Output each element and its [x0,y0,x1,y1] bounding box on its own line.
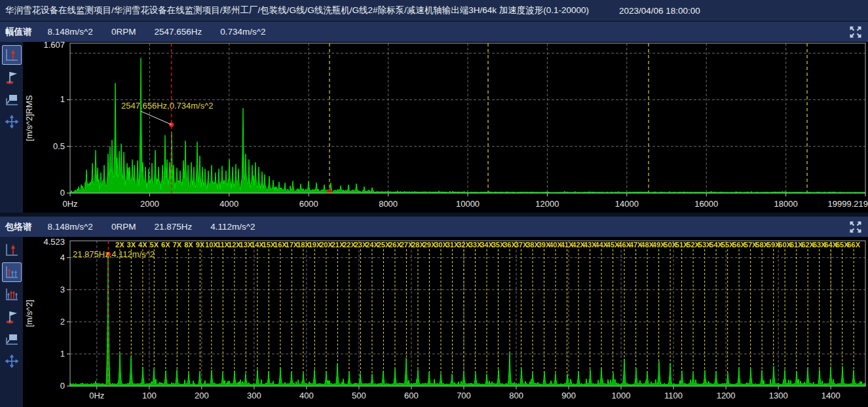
svg-text:2000: 2000 [140,199,159,209]
svg-text:66X: 66X [847,241,860,249]
svg-text:19999.219: 19999.219 [828,199,868,209]
flag-marker-tool[interactable] [2,307,22,327]
svg-text:3X: 3X [127,241,136,249]
svg-text:0Hz: 0Hz [89,391,104,400]
datetime-label: 2023/04/06 18:00:00 [619,0,700,21]
pan-move-tool[interactable] [2,351,22,371]
svg-text:500: 500 [352,391,366,400]
svg-text:1: 1 [60,349,65,359]
svg-text:0.5: 0.5 [53,141,65,151]
amplitude-spectrum-chart[interactable]: 0Hz2000400060008000100001200014000160001… [23,42,868,213]
single-cursor-tool[interactable] [2,45,22,65]
svg-text:8000: 8000 [379,199,398,209]
svg-text:[m/s^2]: [m/s^2] [24,300,34,327]
svg-text:6X: 6X [161,241,170,249]
band-select-tool[interactable] [2,329,22,349]
svg-text:700: 700 [457,391,471,400]
flag-marker-tool[interactable] [2,67,22,87]
amplitude-panel-body: 0Hz2000400060008000100001200014000160001… [0,42,868,213]
svg-text:[m/s^2]RMS: [m/s^2]RMS [24,95,34,141]
svg-text:1: 1 [60,94,65,104]
svg-text:1100: 1100 [664,391,683,400]
svg-text:16000: 16000 [694,199,718,209]
svg-text:4: 4 [60,253,65,262]
cursor-frequency-value: 2547.656Hz [154,27,202,37]
svg-text:21.875Hz,4.112m/s^2: 21.875Hz,4.112m/s^2 [73,249,155,259]
svg-text:9X: 9X [196,241,205,249]
cursor-frequency-value: 21.875Hz [154,222,192,232]
svg-text:0Hz: 0Hz [62,199,77,209]
cursor-amplitude-value: 4.112m/s^2 [210,222,255,232]
svg-text:0: 0 [60,188,65,198]
amplitude-panel-header: 幅值谱 8.148m/s^2 0RPM 2547.656Hz 0.734m/s^… [0,22,868,42]
svg-text:1400: 1400 [821,391,840,400]
svg-text:10000: 10000 [456,199,480,209]
pan-move-tool[interactable] [2,112,22,132]
svg-text:4.523: 4.523 [43,237,65,247]
svg-text:8X: 8X [184,241,193,249]
cursor-amplitude-value: 0.734m/s^2 [220,27,265,37]
sideband-cursor-tool[interactable] [2,285,22,304]
amplitude-toolbar [0,42,23,213]
svg-text:1.607: 1.607 [43,42,65,50]
expand-icon[interactable] [848,24,863,40]
svg-text:7X: 7X [173,241,182,249]
svg-text:200: 200 [195,391,209,400]
band-select-tool[interactable] [2,90,22,109]
svg-text:1200: 1200 [717,391,736,400]
panel-title: 幅值谱 [5,26,32,38]
svg-text:5X: 5X [150,241,159,249]
amplitude-spectrum-panel: 幅值谱 8.148m/s^2 0RPM 2547.656Hz 0.734m/s^… [0,22,868,213]
breadcrumb-title: 华润雪花设备在线监测项目/华润雪花设备在线监测项目/郑州工厂/包装线/G线/G线… [5,5,589,16]
single-cursor-tool[interactable] [2,240,22,260]
panel-title: 包络谱 [5,221,32,233]
expand-icon[interactable] [848,219,863,235]
svg-text:400: 400 [299,391,314,400]
envelope-toolbar [0,237,23,407]
svg-text:14000: 14000 [615,199,639,209]
svg-text:2: 2 [60,317,65,327]
rpm-value: 0RPM [111,222,136,232]
svg-text:3: 3 [60,285,65,294]
envelope-panel-body: 0Hz1002003004005006007008009001000110012… [0,237,868,407]
svg-text:0: 0 [60,381,65,391]
svg-text:1300: 1300 [769,391,788,400]
svg-text:300: 300 [247,391,261,400]
svg-text:2X: 2X [115,241,124,249]
svg-text:1000: 1000 [612,391,631,400]
envelope-spectrum-panel: 包络谱 8.148m/s^2 0RPM 21.875Hz 4.112m/s^2 [0,217,868,407]
titlebar: 华润雪花设备在线监测项目/华润雪花设备在线监测项目/郑州工厂/包装线/G线/G线… [0,0,868,22]
svg-text:900: 900 [561,391,576,400]
svg-text:2547.656Hz,0.734m/s^2: 2547.656Hz,0.734m/s^2 [121,101,214,111]
svg-text:800: 800 [509,391,523,400]
svg-text:6000: 6000 [299,199,318,209]
svg-text:12000: 12000 [535,199,559,209]
harmonic-cursor-tool[interactable] [2,262,22,282]
envelope-spectrum-chart[interactable]: 0Hz1002003004005006007008009001000110012… [23,237,868,407]
rms-value: 8.148m/s^2 [48,222,93,232]
svg-text:18000: 18000 [774,199,798,209]
svg-text:100: 100 [142,391,157,400]
envelope-panel-header: 包络谱 8.148m/s^2 0RPM 21.875Hz 4.112m/s^2 [0,217,868,237]
svg-text:4X: 4X [138,241,147,249]
rpm-value: 0RPM [111,27,136,37]
svg-text:4000: 4000 [219,199,238,209]
rms-value: 8.148m/s^2 [48,27,93,37]
svg-text:600: 600 [404,391,419,400]
